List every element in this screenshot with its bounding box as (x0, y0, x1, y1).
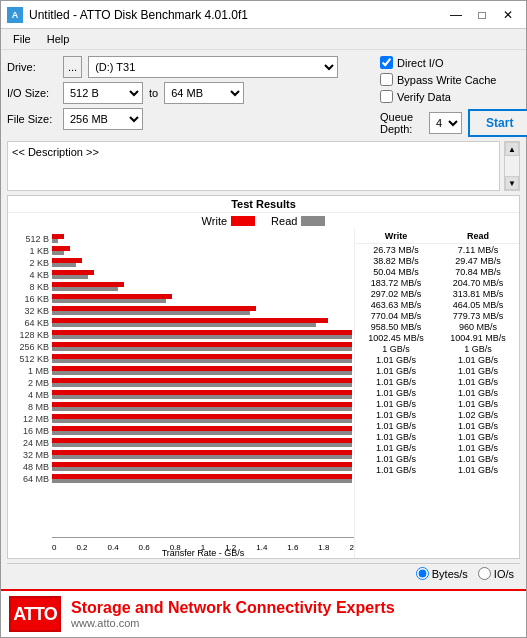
read-value: 29.47 MB/s (438, 256, 518, 266)
drive-row: Drive: ... (D:) T31 (7, 56, 372, 78)
write-value: 26.73 MB/s (356, 245, 436, 255)
bar-row: 128 KB (12, 329, 352, 340)
read-bar (52, 443, 352, 447)
write-value: 1.01 GB/s (356, 465, 436, 475)
bar-label: 2 KB (12, 258, 52, 268)
read-value: 1.01 GB/s (438, 465, 518, 475)
chart-area: 512 B1 KB2 KB4 KB8 KB16 KB32 KB64 KB128 … (8, 229, 354, 558)
left-controls: Drive: ... (D:) T31 I/O Size: 512 B to 6… (7, 56, 372, 137)
chart-and-data: 512 B1 KB2 KB4 KB8 KB16 KB32 KB64 KB128 … (8, 229, 519, 558)
read-value: 1 GB/s (438, 344, 518, 354)
verify-data-checkbox[interactable] (380, 90, 393, 103)
description-scrollbar[interactable]: ▲ ▼ (504, 141, 520, 191)
bar-track (52, 462, 352, 471)
bar-label: 8 KB (12, 282, 52, 292)
bar-label: 16 KB (12, 294, 52, 304)
queue-depth-select[interactable]: 4 (429, 112, 462, 134)
read-bar (52, 347, 352, 351)
table-row: 1.01 GB/s1.01 GB/s (355, 464, 519, 475)
x-axis (52, 537, 354, 538)
read-bar (52, 431, 352, 435)
io-per-sec-radio[interactable] (478, 567, 491, 580)
description-label: << Description >> (12, 146, 99, 158)
bar-label: 64 MB (12, 474, 52, 484)
read-value: 70.84 MB/s (438, 267, 518, 277)
write-value: 1.01 GB/s (356, 443, 436, 453)
queue-start-row: Queue Depth: 4 Start (380, 109, 520, 137)
table-row: 1.01 GB/s1.01 GB/s (355, 387, 519, 398)
scroll-down-arrow[interactable]: ▼ (505, 176, 519, 190)
read-value: 464.05 MB/s (438, 300, 518, 310)
table-row: 1.01 GB/s1.01 GB/s (355, 398, 519, 409)
atto-tagline: Storage and Network Connectivity Experts (71, 599, 395, 617)
close-button[interactable]: ✕ (496, 6, 520, 24)
io-size-label: I/O Size: (7, 87, 57, 99)
table-row: 770.04 MB/s779.73 MB/s (355, 310, 519, 321)
table-row: 38.82 MB/s29.47 MB/s (355, 255, 519, 266)
file-size-select[interactable]: 256 MB (63, 108, 143, 130)
drive-label: Drive: (7, 61, 57, 73)
bar-track (52, 378, 352, 387)
atto-text: Storage and Network Connectivity Experts… (71, 599, 395, 629)
bar-row: 1 MB (12, 365, 352, 376)
table-row: 1.01 GB/s1.01 GB/s (355, 442, 519, 453)
io-size-to-select[interactable]: 64 MB (164, 82, 244, 104)
menu-file[interactable]: File (5, 31, 39, 47)
read-bar (52, 299, 166, 303)
read-bar (52, 407, 352, 411)
menu-help[interactable]: Help (39, 31, 78, 47)
write-value: 1.01 GB/s (356, 355, 436, 365)
bar-row: 1 KB (12, 245, 352, 256)
description-box: << Description >> (7, 141, 500, 191)
bar-label: 4 MB (12, 390, 52, 400)
table-row: 1.01 GB/s1.01 GB/s (355, 376, 519, 387)
write-value: 1.01 GB/s (356, 432, 436, 442)
write-value: 1.01 GB/s (356, 454, 436, 464)
maximize-button[interactable]: □ (470, 6, 494, 24)
bar-label: 24 MB (12, 438, 52, 448)
bottom-bar: Bytes/s IO/s (7, 563, 520, 583)
start-button[interactable]: Start (468, 109, 527, 137)
bar-track (52, 330, 352, 339)
minimize-button[interactable]: — (444, 6, 468, 24)
direct-io-checkbox[interactable] (380, 56, 393, 69)
file-size-row: File Size: 256 MB (7, 108, 372, 130)
menu-bar: File Help (1, 29, 526, 50)
read-value: 1004.91 MB/s (438, 333, 518, 343)
queue-depth-label: Queue Depth: (380, 111, 425, 135)
table-row: 1.01 GB/s1.01 GB/s (355, 354, 519, 365)
write-value: 1.01 GB/s (356, 388, 436, 398)
window-controls: — □ ✕ (444, 6, 520, 24)
atto-footer: ATTO Storage and Network Connectivity Ex… (1, 589, 526, 637)
table-row: 50.04 MB/s70.84 MB/s (355, 266, 519, 277)
bar-track (52, 426, 352, 435)
browse-button[interactable]: ... (63, 56, 82, 78)
io-size-from-select[interactable]: 512 B (63, 82, 143, 104)
bar-label: 32 MB (12, 450, 52, 460)
read-bar (52, 479, 352, 483)
write-value: 463.63 MB/s (356, 300, 436, 310)
bar-track (52, 354, 352, 363)
drive-select[interactable]: (D:) T31 (88, 56, 338, 78)
read-value: 1.01 GB/s (438, 366, 518, 376)
write-value: 958.50 MB/s (356, 322, 436, 332)
bypass-write-cache-row: Bypass Write Cache (380, 73, 520, 86)
read-bar (52, 251, 64, 255)
description-area: << Description >> ▲ ▼ (7, 141, 520, 191)
bar-track (52, 402, 352, 411)
scroll-up-arrow[interactable]: ▲ (505, 142, 519, 156)
bypass-write-cache-checkbox[interactable] (380, 73, 393, 86)
results-area: Test Results Write Read 512 B1 KB2 KB4 K… (7, 195, 520, 559)
bytes-per-sec-radio-item: Bytes/s (416, 567, 468, 580)
write-value: 38.82 MB/s (356, 256, 436, 266)
top-controls: Drive: ... (D:) T31 I/O Size: 512 B to 6… (7, 56, 520, 137)
read-value: 1.01 GB/s (438, 399, 518, 409)
read-bar (52, 335, 352, 339)
write-value: 297.02 MB/s (356, 289, 436, 299)
bypass-write-cache-label: Bypass Write Cache (397, 74, 496, 86)
bar-label: 1 MB (12, 366, 52, 376)
main-content: Drive: ... (D:) T31 I/O Size: 512 B to 6… (1, 50, 526, 589)
bytes-per-sec-radio[interactable] (416, 567, 429, 580)
verify-data-label: Verify Data (397, 91, 451, 103)
io-size-row: I/O Size: 512 B to 64 MB (7, 82, 372, 104)
